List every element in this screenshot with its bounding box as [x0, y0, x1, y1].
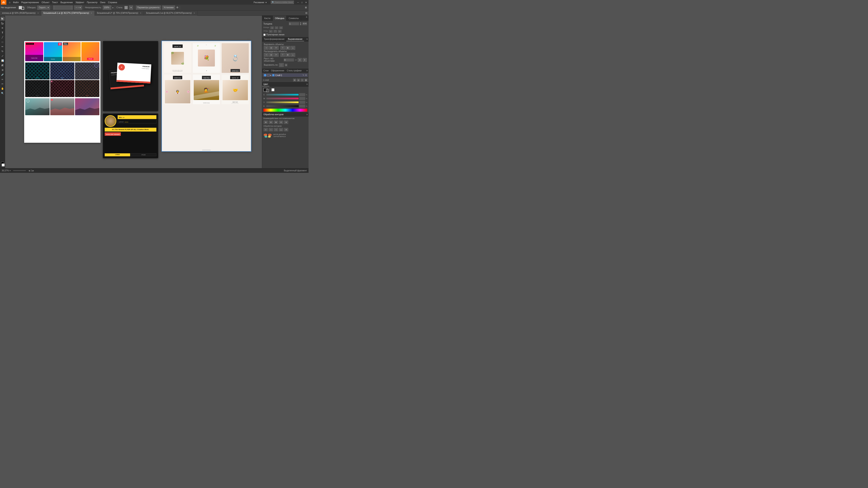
- path-interact-btn-5[interactable]: ⊛: [284, 120, 288, 124]
- thickness-down[interactable]: ▼: [300, 24, 302, 25]
- drawing-dropdown[interactable]: ▾: [266, 1, 267, 4]
- layer-expand-icon[interactable]: ▶: [270, 74, 272, 76]
- zoom-tool[interactable]: 🔍: [0, 91, 5, 95]
- select-tool[interactable]: [0, 17, 5, 21]
- distribute-spacing-v[interactable]: ⇕: [303, 58, 307, 62]
- panel-options-icon[interactable]: ≡: [306, 37, 309, 41]
- style-dropdown[interactable]: ▾: [129, 5, 133, 10]
- path-interact-btn-4[interactable]: ⊡: [279, 120, 283, 124]
- page-next[interactable]: ▶: [32, 169, 34, 172]
- home-icon[interactable]: ⌂: [9, 1, 10, 4]
- path-interact-btn-3[interactable]: ⊠: [274, 120, 278, 124]
- blend-tool[interactable]: ∞: [0, 77, 5, 82]
- page-prev[interactable]: ◀: [28, 169, 30, 172]
- tab-color[interactable]: Цвет: [262, 83, 269, 87]
- dashed-checkbox[interactable]: [264, 34, 266, 36]
- minimize-btn[interactable]: ─: [297, 1, 299, 4]
- tab-close-0[interactable]: ✕: [37, 12, 39, 14]
- graph-tool[interactable]: 📊: [0, 59, 5, 63]
- tab-align[interactable]: Выравнивание: [286, 37, 304, 41]
- menu-text[interactable]: Текст: [52, 1, 58, 4]
- mesh-tool[interactable]: ⊞: [0, 68, 5, 72]
- pencil-tool[interactable]: ✏: [0, 44, 5, 49]
- settings-btn[interactable]: Установки: [162, 5, 175, 10]
- color-stroke-swatch[interactable]: [266, 89, 269, 92]
- distribute-middle-v[interactable]: ⊞: [285, 53, 290, 57]
- distribute-center-h[interactable]: ⊟: [269, 53, 274, 57]
- join-bevel[interactable]: /: [278, 30, 282, 33]
- tab-close-2[interactable]: ✕: [140, 12, 142, 14]
- thickness-input[interactable]: [289, 22, 299, 25]
- doc-params-btn[interactable]: Параметры документа: [136, 5, 161, 10]
- tab-0[interactable]: елочка.ai @ 50% (RGB/Просмотр) ✕: [0, 10, 41, 16]
- menu-view[interactable]: Просмотр: [87, 1, 97, 4]
- maximize-btn[interactable]: □: [301, 1, 303, 4]
- opacity-arrow[interactable]: ▸: [113, 6, 114, 9]
- zoom-slider[interactable]: [13, 170, 26, 171]
- panel-tab-brushes[interactable]: Кисти: [262, 16, 273, 21]
- eyedropper-tool[interactable]: 💉: [0, 72, 5, 77]
- align-center-h[interactable]: ⊟: [269, 46, 274, 50]
- layer-edit-icon[interactable]: ✎: [303, 74, 304, 76]
- canvas-area[interactable]: SHOW NOW! Fashion Sale 30%OFF Summer: [5, 16, 262, 168]
- cyan-value[interactable]: [299, 93, 305, 96]
- opacity-input[interactable]: [103, 5, 111, 10]
- tab-transform[interactable]: Трансформирование: [262, 37, 286, 41]
- layer-lock-icon[interactable]: [267, 74, 269, 76]
- panel-toggle-right[interactable]: ⊞: [305, 6, 307, 9]
- tab-appearance[interactable]: Оформление: [270, 69, 285, 72]
- align-middle-v[interactable]: ⊞: [285, 46, 290, 50]
- direct-select-tool[interactable]: [0, 21, 5, 25]
- distribute-right[interactable]: ⊢: [274, 53, 279, 57]
- menu-object[interactable]: Объект: [41, 1, 50, 4]
- align-top[interactable]: ⊤: [280, 46, 285, 50]
- yellow-bar[interactable]: [267, 101, 299, 103]
- scissors-tool[interactable]: ✂: [0, 82, 5, 86]
- line-tool[interactable]: ╱: [0, 35, 5, 39]
- stroke-type-btn[interactable]: ─ ─ ▾: [74, 5, 82, 10]
- make-clip-mask-btn[interactable]: ⊟: [293, 78, 296, 82]
- none-swatch[interactable]: [272, 88, 274, 91]
- layer-visibility-icon[interactable]: [264, 74, 267, 76]
- path-process-btn-1[interactable]: ∪: [264, 128, 268, 132]
- hand-tool[interactable]: ✋: [0, 87, 5, 91]
- menu-file[interactable]: Файл: [13, 1, 19, 4]
- zoom-down-btn[interactable]: ▾: [9, 169, 10, 172]
- background-color[interactable]: [2, 164, 5, 166]
- color-menu-icon[interactable]: ≡: [306, 83, 309, 87]
- black-bar[interactable]: [267, 105, 299, 107]
- tab-graphic-style[interactable]: Стиль графики: [285, 69, 303, 72]
- panel-tab-symbols[interactable]: Символы: [286, 16, 301, 21]
- path-interact-btn-1[interactable]: ⊞: [264, 120, 268, 124]
- thickness-up[interactable]: ▲: [300, 22, 302, 24]
- distribute-top[interactable]: ⊤: [280, 53, 285, 57]
- delete-layer-btn[interactable]: 🗑: [304, 78, 308, 82]
- magenta-bar[interactable]: [267, 98, 299, 99]
- thickness-unit-dropdown[interactable]: пт ▾: [302, 22, 308, 25]
- menu-effect[interactable]: Эффект: [75, 1, 84, 4]
- distribute-bottom[interactable]: ⊥: [290, 53, 295, 57]
- cap-butt[interactable]: |: [270, 26, 274, 29]
- distribute-spacing-h[interactable]: ⇔: [298, 58, 302, 62]
- scale-tool[interactable]: ⤢: [0, 54, 5, 58]
- stroke-weight-input[interactable]: [53, 5, 73, 10]
- cyan-bar[interactable]: [267, 94, 299, 96]
- layer-item-1[interactable]: ▶ Слой 1 ✎ ⚙: [263, 73, 308, 77]
- path-interact-btn-2[interactable]: ⊟: [269, 120, 273, 124]
- style-swatch[interactable]: [124, 6, 128, 9]
- close-btn[interactable]: ✕: [305, 1, 307, 4]
- stroke-weight-field[interactable]: [55, 5, 71, 10]
- align-to-selection[interactable]: ⬚: [279, 63, 284, 67]
- panel-menu-icon[interactable]: ≡: [305, 16, 309, 21]
- panel-tab-stroke[interactable]: Обводка: [273, 16, 286, 21]
- spacing-input[interactable]: [283, 58, 294, 62]
- tab-close-1[interactable]: ✕: [91, 12, 92, 14]
- path-menu-icon[interactable]: ≡: [306, 113, 309, 116]
- gradient-tool[interactable]: ◩: [0, 63, 5, 67]
- type-tool[interactable]: T: [0, 31, 5, 35]
- tab-1[interactable]: Безымянный-1.ai @ 36,57% (CMYK/Просмотр)…: [41, 10, 95, 16]
- tab-2[interactable]: Безымянный-2* @ 75% (CMYK/Просмотр) ✕: [95, 10, 144, 16]
- path-process-btn-2[interactable]: ∩: [269, 128, 273, 132]
- rect-tool[interactable]: □: [0, 40, 5, 44]
- extra-settings-icon[interactable]: ⚙: [176, 6, 179, 9]
